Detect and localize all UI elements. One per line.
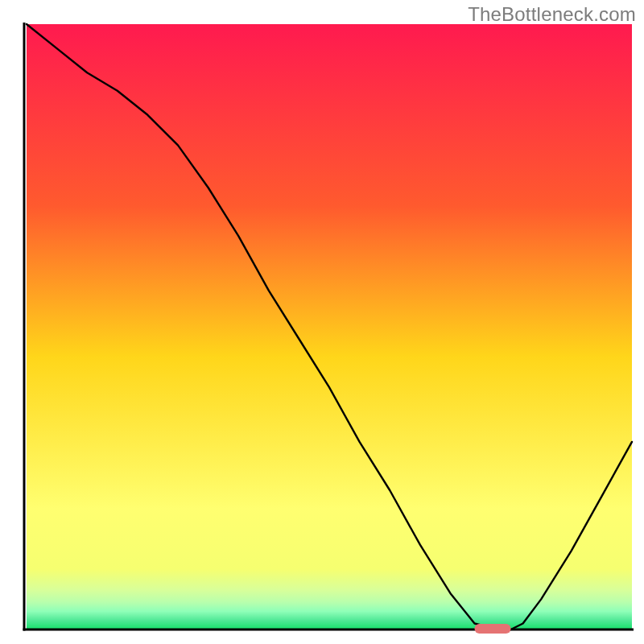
chart-container: TheBottleneck.com [0,0,644,644]
chart-svg [0,0,644,644]
svg-rect-3 [474,624,510,634]
svg-rect-0 [27,24,632,630]
watermark-text: TheBottleneck.com [468,3,636,26]
